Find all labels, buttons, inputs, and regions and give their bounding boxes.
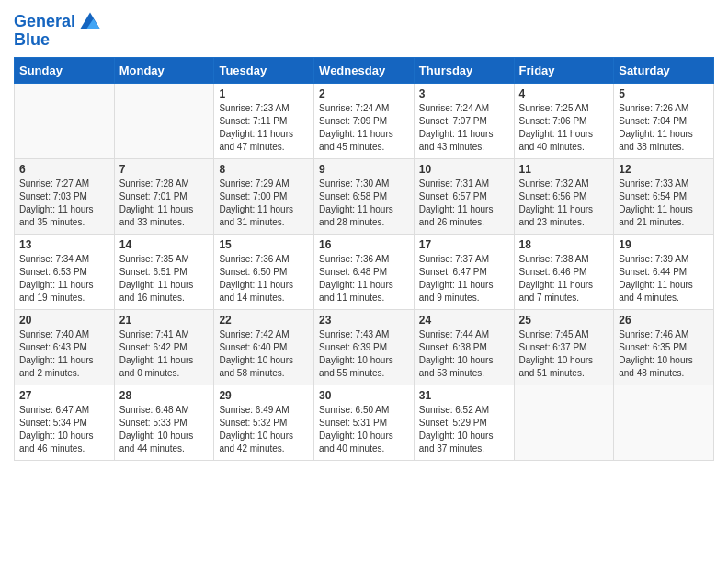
day-number: 8: [219, 163, 309, 176]
day-number: 1: [219, 87, 309, 100]
calendar-week-row: 20Sunrise: 7:40 AMSunset: 6:43 PMDayligh…: [15, 309, 714, 385]
calendar-cell: 8Sunrise: 7:29 AMSunset: 7:00 PMDaylight…: [214, 158, 314, 234]
day-number: 21: [119, 314, 210, 327]
calendar-cell: 3Sunrise: 7:24 AMSunset: 7:07 PMDaylight…: [414, 83, 514, 158]
calendar-cell: 7Sunrise: 7:28 AMSunset: 7:01 PMDaylight…: [114, 158, 214, 234]
calendar-cell: 13Sunrise: 7:34 AMSunset: 6:53 PMDayligh…: [15, 234, 115, 309]
calendar-cell: 26Sunrise: 7:46 AMSunset: 6:35 PMDayligh…: [614, 309, 714, 385]
weekday-header-thursday: Thursday: [414, 57, 514, 83]
calendar-cell: 10Sunrise: 7:31 AMSunset: 6:57 PMDayligh…: [414, 158, 514, 234]
day-number: 23: [319, 314, 409, 327]
day-info: Sunrise: 7:38 AMSunset: 6:46 PMDaylight:…: [519, 253, 609, 304]
day-info: Sunrise: 7:37 AMSunset: 6:47 PMDaylight:…: [419, 253, 509, 304]
day-info: Sunrise: 6:48 AMSunset: 5:33 PMDaylight:…: [119, 404, 210, 455]
calendar-table: SundayMondayTuesdayWednesdayThursdayFrid…: [14, 57, 714, 461]
day-number: 24: [419, 314, 509, 327]
day-info: Sunrise: 7:43 AMSunset: 6:39 PMDaylight:…: [319, 328, 409, 380]
day-number: 12: [619, 163, 709, 176]
logo-text: General: [14, 13, 75, 31]
day-number: 16: [319, 238, 409, 251]
day-info: Sunrise: 7:46 AMSunset: 6:35 PMDaylight:…: [619, 328, 709, 380]
calendar-header-row: SundayMondayTuesdayWednesdayThursdayFrid…: [15, 57, 714, 83]
day-number: 22: [219, 314, 309, 327]
calendar-cell: 18Sunrise: 7:38 AMSunset: 6:46 PMDayligh…: [514, 234, 614, 309]
day-number: 20: [19, 314, 109, 327]
day-number: 17: [419, 238, 509, 251]
day-info: Sunrise: 7:24 AMSunset: 7:07 PMDaylight:…: [419, 102, 509, 154]
day-number: 4: [519, 87, 609, 100]
day-info: Sunrise: 7:30 AMSunset: 6:58 PMDaylight:…: [319, 178, 409, 229]
weekday-header-tuesday: Tuesday: [214, 57, 314, 83]
day-info: Sunrise: 7:34 AMSunset: 6:53 PMDaylight:…: [19, 253, 109, 304]
calendar-cell: 15Sunrise: 7:36 AMSunset: 6:50 PMDayligh…: [214, 234, 314, 309]
day-number: 10: [419, 163, 509, 176]
day-info: Sunrise: 7:44 AMSunset: 6:38 PMDaylight:…: [419, 328, 509, 380]
weekday-header-wednesday: Wednesday: [314, 57, 415, 83]
day-info: Sunrise: 7:33 AMSunset: 6:54 PMDaylight:…: [619, 178, 709, 229]
calendar-week-row: 13Sunrise: 7:34 AMSunset: 6:53 PMDayligh…: [15, 234, 714, 309]
calendar-cell: [114, 83, 214, 158]
day-info: Sunrise: 7:25 AMSunset: 7:06 PMDaylight:…: [519, 102, 609, 154]
day-number: 3: [419, 87, 509, 100]
calendar-week-row: 27Sunrise: 6:47 AMSunset: 5:34 PMDayligh…: [15, 385, 714, 460]
header: General Blue: [14, 9, 714, 50]
calendar-cell: [514, 385, 614, 460]
day-number: 31: [419, 389, 509, 402]
calendar-cell: 17Sunrise: 7:37 AMSunset: 6:47 PMDayligh…: [414, 234, 514, 309]
calendar-cell: 12Sunrise: 7:33 AMSunset: 6:54 PMDayligh…: [614, 158, 714, 234]
weekday-header-friday: Friday: [514, 57, 614, 83]
day-number: 18: [519, 238, 609, 251]
calendar-cell: 4Sunrise: 7:25 AMSunset: 7:06 PMDaylight…: [514, 83, 614, 158]
day-number: 19: [619, 238, 709, 251]
weekday-header-saturday: Saturday: [614, 57, 714, 83]
day-info: Sunrise: 6:49 AMSunset: 5:32 PMDaylight:…: [219, 404, 309, 455]
logo: General Blue: [14, 9, 103, 50]
weekday-header-sunday: Sunday: [15, 57, 115, 83]
day-number: 28: [119, 389, 210, 402]
calendar-cell: 6Sunrise: 7:27 AMSunset: 7:03 PMDaylight…: [15, 158, 115, 234]
calendar-cell: 30Sunrise: 6:50 AMSunset: 5:31 PMDayligh…: [314, 385, 415, 460]
calendar-week-row: 6Sunrise: 7:27 AMSunset: 7:03 PMDaylight…: [15, 158, 714, 234]
calendar-cell: 9Sunrise: 7:30 AMSunset: 6:58 PMDaylight…: [314, 158, 415, 234]
page: General Blue SundayMondayTuesdayWednesda…: [0, 0, 728, 475]
day-info: Sunrise: 7:40 AMSunset: 6:43 PMDaylight:…: [19, 328, 109, 380]
weekday-header-monday: Monday: [114, 57, 214, 83]
day-info: Sunrise: 6:47 AMSunset: 5:34 PMDaylight:…: [19, 404, 109, 455]
calendar-cell: 21Sunrise: 7:41 AMSunset: 6:42 PMDayligh…: [114, 309, 214, 385]
day-info: Sunrise: 6:52 AMSunset: 5:29 PMDaylight:…: [419, 404, 509, 455]
logo-general: General: [14, 12, 75, 30]
calendar-cell: 31Sunrise: 6:52 AMSunset: 5:29 PMDayligh…: [414, 385, 514, 460]
day-number: 5: [619, 87, 709, 100]
day-info: Sunrise: 7:24 AMSunset: 7:09 PMDaylight:…: [319, 102, 409, 154]
day-info: Sunrise: 7:36 AMSunset: 6:48 PMDaylight:…: [319, 253, 409, 304]
day-info: Sunrise: 7:42 AMSunset: 6:40 PMDaylight:…: [219, 328, 309, 380]
calendar-cell: 22Sunrise: 7:42 AMSunset: 6:40 PMDayligh…: [214, 309, 314, 385]
calendar-cell: 14Sunrise: 7:35 AMSunset: 6:51 PMDayligh…: [114, 234, 214, 309]
calendar-cell: 20Sunrise: 7:40 AMSunset: 6:43 PMDayligh…: [15, 309, 115, 385]
day-info: Sunrise: 7:27 AMSunset: 7:03 PMDaylight:…: [19, 178, 109, 229]
day-info: Sunrise: 7:31 AMSunset: 6:57 PMDaylight:…: [419, 178, 509, 229]
calendar-cell: 27Sunrise: 6:47 AMSunset: 5:34 PMDayligh…: [15, 385, 115, 460]
calendar-week-row: 1Sunrise: 7:23 AMSunset: 7:11 PMDaylight…: [15, 83, 714, 158]
day-info: Sunrise: 7:26 AMSunset: 7:04 PMDaylight:…: [619, 102, 709, 154]
day-number: 30: [319, 389, 409, 402]
day-number: 13: [19, 238, 109, 251]
calendar-cell: 2Sunrise: 7:24 AMSunset: 7:09 PMDaylight…: [314, 83, 415, 158]
calendar-cell: 1Sunrise: 7:23 AMSunset: 7:11 PMDaylight…: [214, 83, 314, 158]
day-info: Sunrise: 7:29 AMSunset: 7:00 PMDaylight:…: [219, 178, 309, 229]
day-info: Sunrise: 6:50 AMSunset: 5:31 PMDaylight:…: [319, 404, 409, 455]
day-number: 2: [319, 87, 409, 100]
calendar-cell: 29Sunrise: 6:49 AMSunset: 5:32 PMDayligh…: [214, 385, 314, 460]
calendar-cell: 11Sunrise: 7:32 AMSunset: 6:56 PMDayligh…: [514, 158, 614, 234]
calendar-cell: 19Sunrise: 7:39 AMSunset: 6:44 PMDayligh…: [614, 234, 714, 309]
day-info: Sunrise: 7:45 AMSunset: 6:37 PMDaylight:…: [519, 328, 609, 380]
calendar-cell: [15, 83, 115, 158]
day-number: 6: [19, 163, 109, 176]
day-info: Sunrise: 7:39 AMSunset: 6:44 PMDaylight:…: [619, 253, 709, 304]
day-info: Sunrise: 7:41 AMSunset: 6:42 PMDaylight:…: [119, 328, 210, 380]
day-info: Sunrise: 7:36 AMSunset: 6:50 PMDaylight:…: [219, 253, 309, 304]
calendar-cell: 23Sunrise: 7:43 AMSunset: 6:39 PMDayligh…: [314, 309, 415, 385]
day-number: 27: [19, 389, 109, 402]
day-info: Sunrise: 7:28 AMSunset: 7:01 PMDaylight:…: [119, 178, 210, 229]
day-info: Sunrise: 7:23 AMSunset: 7:11 PMDaylight:…: [219, 102, 309, 154]
